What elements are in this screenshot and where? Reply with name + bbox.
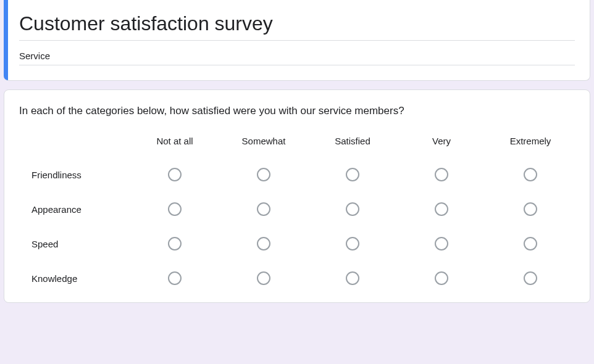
- radio-option[interactable]: [168, 271, 182, 285]
- form-header-card: Customer satisfaction survey Service: [4, 0, 590, 81]
- row-label: Appearance: [19, 204, 130, 215]
- row-label: Friendliness: [19, 170, 130, 180]
- radio-option[interactable]: [435, 271, 448, 285]
- column-header: Very: [397, 136, 486, 146]
- radio-option[interactable]: [435, 202, 448, 216]
- column-header: Satisfied: [308, 136, 397, 146]
- radio-option[interactable]: [346, 168, 359, 181]
- rating-grid: Not at all Somewhat Satisfied Very Extre…: [19, 134, 575, 285]
- radio-option[interactable]: [524, 271, 537, 285]
- radio-option[interactable]: [257, 271, 270, 285]
- column-header: Not at all: [130, 136, 219, 146]
- radio-option[interactable]: [257, 237, 270, 250]
- column-header: Extremely: [486, 136, 575, 146]
- radio-option[interactable]: [435, 237, 448, 250]
- radio-option[interactable]: [524, 237, 537, 250]
- header-accent-bar: [4, 0, 8, 80]
- radio-option[interactable]: [435, 168, 448, 181]
- radio-option[interactable]: [524, 168, 537, 181]
- radio-option[interactable]: [346, 237, 359, 250]
- radio-option[interactable]: [524, 202, 537, 216]
- form-title[interactable]: Customer satisfaction survey: [19, 12, 575, 41]
- question-text: In each of the categories below, how sat…: [19, 105, 575, 117]
- radio-option[interactable]: [257, 202, 270, 216]
- radio-option[interactable]: [346, 271, 359, 285]
- row-label: Speed: [19, 239, 130, 249]
- column-header: Somewhat: [219, 136, 308, 146]
- grid-corner-spacer: [19, 134, 130, 147]
- radio-option[interactable]: [168, 202, 182, 216]
- row-label: Knowledge: [19, 273, 130, 284]
- question-card: In each of the categories below, how sat…: [4, 89, 590, 303]
- radio-option[interactable]: [346, 202, 359, 216]
- form-description[interactable]: Service: [19, 47, 575, 65]
- radio-option[interactable]: [168, 237, 182, 250]
- radio-option[interactable]: [168, 168, 182, 181]
- radio-option[interactable]: [257, 168, 270, 181]
